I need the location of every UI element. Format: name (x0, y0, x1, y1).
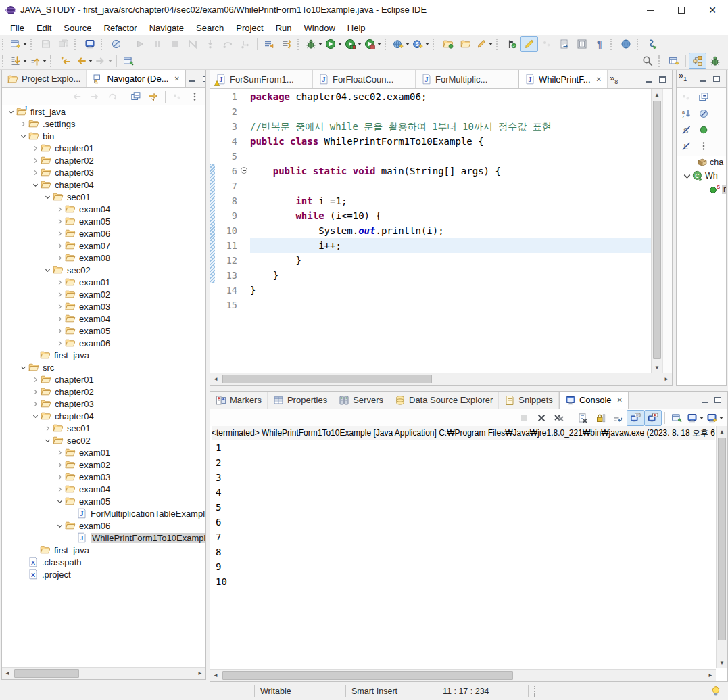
code-editor[interactable]: 1package chapter04.sec02.exam06;23//반복문 … (210, 89, 651, 373)
dropdown-arrow-icon[interactable] (23, 43, 27, 45)
console-vscrollbar[interactable]: ▲ ▼ (716, 426, 727, 668)
editor-hscroll-thumb[interactable] (222, 375, 432, 383)
navigator-hscrollbar[interactable]: ◄ ► (2, 667, 205, 679)
search-button[interactable] (639, 53, 656, 69)
web-browser-button[interactable] (617, 36, 635, 52)
minimize-view-button[interactable] (642, 73, 656, 85)
show-source-button[interactable] (573, 36, 591, 52)
code-text[interactable]: } (250, 283, 651, 298)
collapse-arrow-icon[interactable] (43, 191, 53, 202)
dropdown-arrow-icon[interactable] (358, 43, 362, 45)
view-overflow-chevron[interactable]: »1 (677, 70, 689, 87)
collapse-all-button[interactable] (127, 89, 145, 105)
view-tab-servers[interactable]: Servers (333, 392, 389, 409)
stop-button[interactable] (166, 36, 184, 52)
menu-refactor[interactable]: Refactor (98, 22, 143, 34)
new-wizard-button[interactable] (9, 36, 28, 52)
expand-arrow-icon[interactable] (55, 240, 65, 251)
code-text[interactable]: } (250, 268, 651, 283)
dropdown-arrow-icon[interactable] (108, 60, 112, 62)
pause-button[interactable] (149, 36, 166, 52)
tree-item[interactable]: exam08 (2, 252, 205, 264)
step-return-button[interactable] (237, 36, 254, 52)
scroll-right-icon[interactable]: ► (705, 670, 716, 681)
maximize-view-button[interactable] (710, 73, 723, 85)
dropdown-arrow-icon[interactable] (23, 60, 27, 62)
expand-arrow-icon[interactable] (43, 423, 53, 434)
hide-static-button[interactable]: S (677, 122, 695, 138)
scroll-up-icon[interactable]: ▲ (652, 89, 662, 100)
view-menu-button[interactable] (186, 89, 203, 105)
scroll-left-icon[interactable]: ◄ (210, 670, 221, 681)
menu-source[interactable]: Source (57, 22, 97, 34)
remove-launch-button[interactable] (533, 410, 550, 426)
expand-arrow-icon[interactable] (55, 204, 65, 214)
scroll-right-icon[interactable]: ► (661, 374, 672, 385)
dropdown-arrow-icon[interactable] (377, 43, 381, 45)
hide-local-types-button[interactable]: L (677, 138, 695, 154)
code-text[interactable]: package chapter04.sec02.exam06; (250, 89, 651, 104)
link-editor-button[interactable] (145, 89, 162, 105)
tree-item[interactable]: chapter03 (2, 398, 205, 410)
tree-item[interactable]: Jfirst_java (2, 106, 205, 118)
tree-item[interactable]: chapter04 (2, 410, 205, 422)
editor-tab-forsumfrom1-[interactable]: JForSumFrom1... (210, 70, 313, 88)
nav-up-button[interactable] (103, 89, 121, 105)
overview-ruler[interactable] (662, 89, 672, 373)
terminate-button[interactable] (515, 410, 533, 426)
run-history-button[interactable] (278, 36, 295, 52)
expand-arrow-icon[interactable] (55, 216, 65, 227)
scroll-down-icon[interactable]: ▼ (717, 657, 727, 668)
maximize-view-button[interactable] (199, 73, 206, 85)
word-wrap-button[interactable] (609, 410, 627, 426)
menu-edit[interactable]: Edit (30, 22, 57, 34)
expand-arrow-icon[interactable] (30, 167, 41, 178)
marker-pen-button[interactable] (475, 36, 494, 52)
expand-arrow-icon[interactable] (55, 301, 65, 312)
tree-item[interactable]: exam01 (2, 446, 205, 459)
code-text[interactable]: System.out.println(i); (250, 223, 651, 238)
clear-console-button[interactable] (574, 410, 591, 426)
tree-item[interactable]: bin (2, 130, 205, 142)
view-tab-data-source-explorer[interactable]: Data Source Explorer (389, 392, 499, 409)
expand-arrow-icon[interactable] (55, 252, 65, 263)
outline-item[interactable]: Sm (677, 183, 726, 196)
minimize-view-button[interactable] (696, 73, 710, 85)
expand-arrow-icon[interactable] (30, 386, 41, 397)
tree-item[interactable]: chapter03 (2, 166, 205, 179)
step-into-button[interactable] (201, 36, 219, 52)
console-vscroll-thumb[interactable] (718, 438, 726, 640)
code-text[interactable]: public static void main(String[] args) { (250, 164, 651, 179)
tree-item[interactable]: exam06 (2, 337, 205, 349)
tree-item[interactable]: .settings (2, 118, 205, 130)
dropdown-arrow-icon[interactable] (425, 43, 429, 45)
fold-collapse-icon[interactable] (241, 167, 247, 174)
tree-item[interactable]: sec02 (2, 434, 205, 446)
close-button[interactable]: ✕ (697, 0, 728, 20)
minimize-view-button[interactable] (186, 73, 199, 85)
tree-item[interactable]: exam05 (2, 495, 205, 507)
console-output[interactable]: 12345678910 (210, 440, 715, 668)
tree-item[interactable]: exam03 (2, 471, 205, 483)
code-text[interactable]: i++; (250, 238, 651, 253)
resume-button[interactable] (131, 36, 149, 52)
hide-non-public-button[interactable] (695, 122, 712, 138)
tree-item[interactable]: exam06 (2, 227, 205, 239)
run-button[interactable] (324, 36, 343, 52)
run-last-tool-button[interactable] (644, 36, 661, 52)
outline-item[interactable]: cha (677, 156, 726, 169)
code-text[interactable]: } (250, 253, 651, 268)
tree-item[interactable]: X.project (2, 568, 205, 580)
tree-item[interactable]: exam05 (2, 325, 205, 337)
expand-arrow-icon[interactable] (55, 337, 65, 348)
next-annotation-button[interactable] (9, 53, 28, 69)
tree-item[interactable]: exam04 (2, 203, 205, 215)
dropdown-arrow-icon[interactable] (43, 60, 47, 62)
expand-arrow-icon[interactable] (55, 471, 65, 482)
perspective-debug-button[interactable] (706, 53, 724, 69)
dropdown-arrow-icon[interactable] (489, 43, 493, 45)
previous-annotation-button[interactable] (28, 53, 48, 69)
collapse-arrow-icon[interactable] (55, 520, 65, 531)
view-tab-markers[interactable]: Markers (210, 392, 268, 409)
tree-item[interactable]: first_java (2, 349, 205, 361)
